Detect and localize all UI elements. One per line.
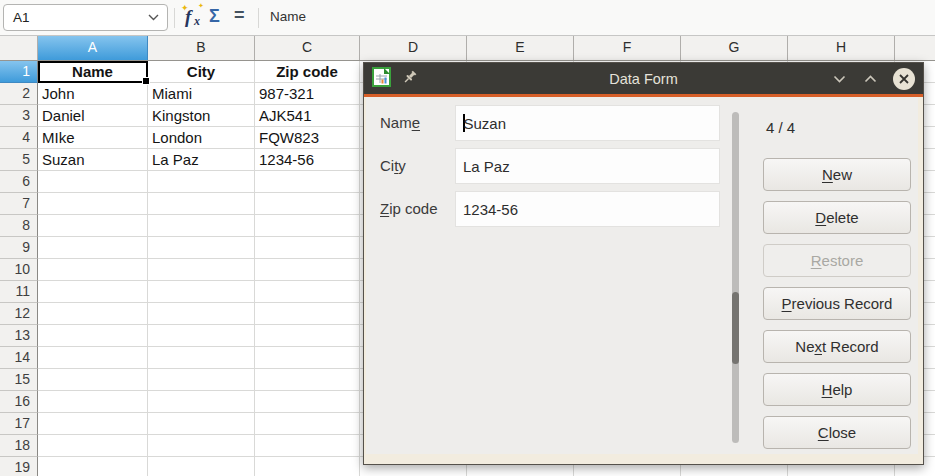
cell-C6[interactable] (255, 171, 360, 193)
chevron-down-icon[interactable] (148, 14, 159, 21)
cell-C8[interactable] (255, 215, 360, 237)
cell-A17[interactable] (38, 413, 148, 435)
cell-C4[interactable]: FQW823 (255, 127, 360, 149)
cell-A3[interactable]: Daniel (38, 105, 148, 127)
cell-C1[interactable]: Zip code (255, 61, 360, 83)
cell-B7[interactable] (148, 193, 255, 215)
dialog-titlebar[interactable]: Data Form (364, 63, 923, 94)
cell-A4[interactable]: MIke (38, 127, 148, 149)
sum-icon[interactable]: Σ (209, 6, 220, 27)
row-header-8[interactable]: 8 (0, 215, 38, 237)
delete-button[interactable]: Delete (763, 201, 911, 234)
cell-A6[interactable] (38, 171, 148, 193)
cell-A13[interactable] (38, 325, 148, 347)
cell-A16[interactable] (38, 391, 148, 413)
cell-B15[interactable] (148, 369, 255, 391)
row-header-7[interactable]: 7 (0, 193, 38, 215)
previous-record-button[interactable]: Previous Record (763, 287, 911, 320)
cell-B16[interactable] (148, 391, 255, 413)
cell-C3[interactable]: AJK541 (255, 105, 360, 127)
cell-C16[interactable] (255, 391, 360, 413)
cell-C2[interactable]: 987-321 (255, 83, 360, 105)
column-header-B[interactable]: B (148, 36, 255, 60)
row-header-19[interactable]: 19 (0, 457, 38, 476)
row-header-18[interactable]: 18 (0, 435, 38, 457)
cell-A18[interactable] (38, 435, 148, 457)
cell-B18[interactable] (148, 435, 255, 457)
close-icon[interactable] (893, 68, 915, 90)
cell-A12[interactable] (38, 303, 148, 325)
cell-B14[interactable] (148, 347, 255, 369)
cell-B13[interactable] (148, 325, 255, 347)
cell-C18[interactable] (255, 435, 360, 457)
cell-C10[interactable] (255, 259, 360, 281)
cell-C5[interactable]: 1234-56 (255, 149, 360, 171)
cell-B8[interactable] (148, 215, 255, 237)
pin-icon[interactable] (402, 69, 418, 89)
equals-icon[interactable]: = (234, 5, 245, 26)
row-header-1[interactable]: 1 (0, 61, 38, 83)
cell-C19[interactable] (255, 457, 360, 476)
name-box[interactable]: A1 (3, 4, 168, 31)
field-input-zip-code[interactable]: 1234-56 (455, 191, 720, 227)
cell-A1[interactable]: Name (38, 61, 148, 83)
cell-A14[interactable] (38, 347, 148, 369)
select-all-corner[interactable] (0, 36, 38, 60)
cell-B2[interactable]: Miami (148, 83, 255, 105)
row-header-14[interactable]: 14 (0, 347, 38, 369)
column-header-E[interactable]: E (467, 36, 574, 60)
column-header-H[interactable]: H (788, 36, 895, 60)
column-header-D[interactable]: D (360, 36, 467, 60)
new-button[interactable]: New (763, 158, 911, 191)
row-header-3[interactable]: 3 (0, 105, 38, 127)
cell-C12[interactable] (255, 303, 360, 325)
cell-B10[interactable] (148, 259, 255, 281)
row-header-17[interactable]: 17 (0, 413, 38, 435)
cell-C11[interactable] (255, 281, 360, 303)
cell-C14[interactable] (255, 347, 360, 369)
column-header-G[interactable]: G (681, 36, 788, 60)
field-input-city[interactable]: La Paz (455, 148, 720, 184)
field-input-name[interactable]: Suzan (455, 105, 720, 141)
cell-C15[interactable] (255, 369, 360, 391)
row-header-11[interactable]: 11 (0, 281, 38, 303)
help-button[interactable]: Help (763, 373, 911, 406)
cell-A11[interactable] (38, 281, 148, 303)
cell-A10[interactable] (38, 259, 148, 281)
cell-C13[interactable] (255, 325, 360, 347)
row-header-12[interactable]: 12 (0, 303, 38, 325)
cell-C7[interactable] (255, 193, 360, 215)
row-header-9[interactable]: 9 (0, 237, 38, 259)
close-button[interactable]: Close (763, 416, 911, 449)
function-wizard-icon[interactable]: ✦ ✦ f x (181, 5, 207, 31)
cell-A2[interactable]: John (38, 83, 148, 105)
cell-C17[interactable] (255, 413, 360, 435)
cell-B17[interactable] (148, 413, 255, 435)
fields-scrollbar-thumb[interactable] (732, 292, 739, 364)
cell-A8[interactable] (38, 215, 148, 237)
cell-B11[interactable] (148, 281, 255, 303)
row-header-13[interactable]: 13 (0, 325, 38, 347)
cell-A19[interactable] (38, 457, 148, 476)
cell-B9[interactable] (148, 237, 255, 259)
roll-down-icon[interactable] (831, 73, 848, 85)
column-header-C[interactable]: C (255, 36, 360, 60)
row-header-16[interactable]: 16 (0, 391, 38, 413)
next-record-button[interactable]: Next Record (763, 330, 911, 363)
cell-B5[interactable]: La Paz (148, 149, 255, 171)
column-header-A[interactable]: A (38, 36, 148, 60)
cell-C9[interactable] (255, 237, 360, 259)
roll-up-icon[interactable] (862, 73, 879, 85)
cell-B19[interactable] (148, 457, 255, 476)
cell-A9[interactable] (38, 237, 148, 259)
row-header-6[interactable]: 6 (0, 171, 38, 193)
row-header-5[interactable]: 5 (0, 149, 38, 171)
cell-B6[interactable] (148, 171, 255, 193)
cell-B12[interactable] (148, 303, 255, 325)
row-header-15[interactable]: 15 (0, 369, 38, 391)
cell-B3[interactable]: Kingston (148, 105, 255, 127)
cell-A15[interactable] (38, 369, 148, 391)
column-header-F[interactable]: F (574, 36, 681, 60)
cell-B4[interactable]: London (148, 127, 255, 149)
row-header-10[interactable]: 10 (0, 259, 38, 281)
